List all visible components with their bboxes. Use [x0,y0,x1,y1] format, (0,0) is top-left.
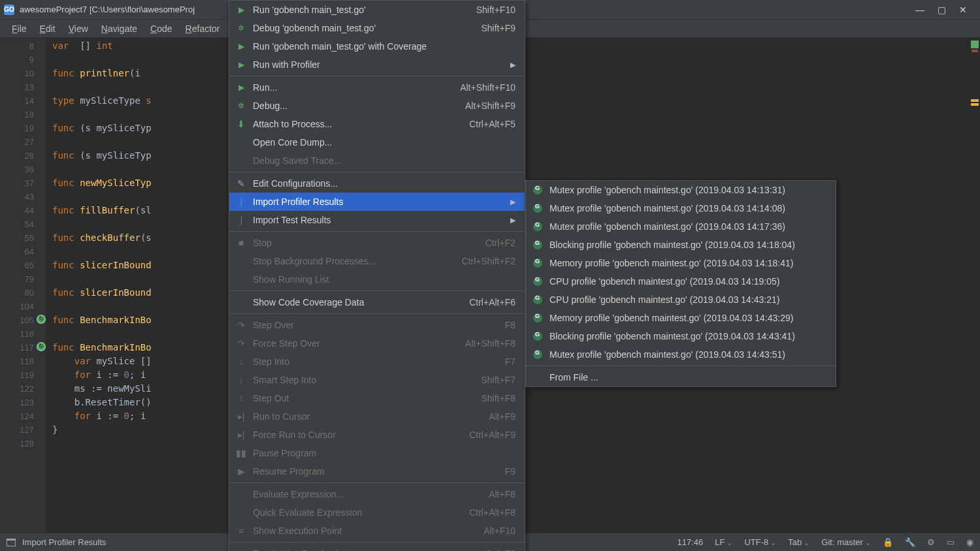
blank-icon [236,297,246,307]
minimize-icon[interactable]: — [915,5,924,15]
menu-edit[interactable]: Edit [33,21,62,37]
profiler-result-item[interactable]: Mutex profile 'gobench maintest.go' (201… [526,345,836,364]
line-number: 55 [0,231,34,245]
run-menu-item-31: Evaluate Expression...Alt+F8 [229,485,525,503]
run-menu-item-5[interactable]: ▶Run...Alt+Shift+F10 [229,78,525,97]
run-menu-item-6[interactable]: ✲Debug...Alt+Shift+F9 [229,97,525,115]
go-profile-icon [533,204,542,213]
git-branch[interactable]: Git: master [821,537,871,547]
line-number: 10 [0,67,34,80]
run-menu-item-25: ↑Step OutShift+F8 [229,389,525,407]
menu-refactor[interactable]: Refactor [179,21,227,37]
line-number: 54 [0,217,34,231]
run-menu-item-15: ■StopCtrl+F2 [229,234,525,252]
import-profiler-results[interactable]: ⎰Import Profiler Results▶ [229,193,525,211]
profiler-result-label: Memory profile 'gobench maintest.go' (20… [549,258,793,268]
wrench-icon[interactable]: 🔧 [905,537,915,547]
profiler-result-item[interactable]: Blocking profile 'gobench maintest.go' (… [526,236,836,254]
line-number: 122 [0,382,34,396]
profiler-result-item[interactable]: Mutex profile 'gobench maintest.go' (201… [526,199,836,217]
run-menu-item-7[interactable]: ⬇Attach to Process...Ctrl+Alt+F5 [229,115,525,133]
blank-icon [236,507,246,518]
run-menu-item-22: ↷Force Step OverAlt+Shift+F8 [229,334,525,353]
indent-setting[interactable]: Tab [788,537,809,547]
run-menu-item-26: ▸|Run to CursorAlt+F9 [229,407,525,426]
line-number: 80 [0,286,34,300]
menu-item-shortcut: Ctrl+F8 [485,548,515,551]
line-number: 79 [0,272,34,286]
run-menu-item-1[interactable]: ✲Debug 'gobench main_test.go'Shift+F9 [229,19,525,37]
menu-file[interactable]: File [5,21,33,37]
menu-navigate[interactable]: Navigate [95,21,144,37]
line-number: 128 [0,437,34,450]
close-icon[interactable]: ✕ [959,5,967,15]
line-number: 9 [0,53,34,67]
profiler-result-label: Mutex profile 'gobench maintest.go' (201… [549,349,785,360]
run-menu-item-19[interactable]: Show Code Coverage DataCtrl+Alt+F6 [229,293,525,311]
blank-icon [236,256,246,266]
stop-icon: ■ [236,238,246,248]
blank-icon [236,548,246,551]
menu-item-shortcut: Ctrl+Alt+F9 [469,430,515,440]
run-test-gutter-icon[interactable] [37,342,46,351]
run-test-gutter-icon[interactable] [37,315,46,324]
profiler-result-item[interactable]: Memory profile 'gobench maintest.go' (20… [526,254,836,272]
profiler-result-item[interactable]: Blocking profile 'gobench maintest.go' (… [526,327,836,345]
run-menu-popup: ▶Run 'gobench main_test.go'Shift+F10✲Deb… [229,0,525,551]
menu-item-shortcut: Ctrl+Shift+F2 [462,256,515,266]
gear-icon[interactable]: ⚙ [927,537,935,547]
menu-item-label: Debug... [253,101,459,111]
menu-item-shortcut: Shift+F7 [481,375,515,385]
menu-item-label: Run with Profiler [253,59,498,70]
step-over-f-icon: ↷ [236,338,246,349]
edit-icon: ✎ [236,178,246,189]
go-profile-icon [533,295,542,304]
profiler-result-label: CPU profile 'gobench maintest.go' (2019.… [549,294,779,305]
profiler-result-item[interactable]: CPU profile 'gobench maintest.go' (2019.… [526,291,836,309]
menu-item-shortcut: Ctrl+Alt+F8 [469,507,515,518]
caret-position[interactable]: 117:46 [677,537,703,547]
attach-icon: ⬇ [236,119,246,129]
line-number: 37 [0,176,34,190]
menu-item-shortcut: F9 [505,466,515,477]
run-menu-item-8[interactable]: Open Core Dump... [229,133,525,151]
menu-view[interactable]: View [62,21,95,37]
run-menu-item-35: Toggle Line Breakpoint▾Ctrl+F8 [229,544,525,551]
scroll-marker-error [972,50,978,52]
run-icon: ▶ [236,59,246,70]
cursor-f-icon: ▸| [236,430,246,440]
line-separator[interactable]: LF [715,537,732,547]
run-menu-item-2[interactable]: ▶Run 'gobench main_test.go' with Coverag… [229,37,525,55]
pause-icon: ▮▮ [236,448,246,458]
maximize-icon[interactable]: ▢ [938,5,946,15]
bug-icon: ✲ [236,101,246,111]
tool-window-icon[interactable] [7,539,16,546]
line-number: 18 [0,108,34,121]
menu-item-label: Show Running List [253,274,515,285]
go-profile-icon [533,350,542,359]
file-encoding[interactable]: UTF-8 [744,537,776,547]
editor-scrollbar[interactable] [971,40,979,106]
memory-icon[interactable]: ▭ [947,537,955,547]
go-profile-icon [533,222,542,231]
lock-icon[interactable]: 🔒 [883,537,893,547]
menu-item-label: Debug 'gobench main_test.go' [253,23,474,33]
menu-item-label: Pause Program [253,448,515,458]
notifications-icon[interactable]: ◉ [966,537,973,547]
run-menu-item-0[interactable]: ▶Run 'gobench main_test.go'Shift+F10 [229,1,525,19]
menu-item-shortcut: F7 [505,356,515,367]
run-menu-item-11[interactable]: ✎Edit Configurations... [229,174,525,193]
from-file-item[interactable]: From File ... [526,368,836,386]
run-menu-item-13[interactable]: ⎰Import Test Results▶ [229,211,525,229]
import-profiler-submenu: Mutex profile 'gobench maintest.go' (201… [525,180,836,387]
chart-icon: ⎰ [236,197,246,207]
scroll-marker-ok [971,40,979,48]
menu-item-label: Evaluate Expression... [253,489,482,499]
profiler-result-item[interactable]: CPU profile 'gobench maintest.go' (2019.… [526,272,836,291]
menu-code[interactable]: Code [144,21,178,37]
gutter: 8910131418192728363743445455646579801041… [0,38,46,533]
profiler-result-item[interactable]: Mutex profile 'gobench maintest.go' (201… [526,181,836,199]
profiler-result-item[interactable]: Mutex profile 'gobench maintest.go' (201… [526,217,836,236]
run-menu-item-3[interactable]: ▶Run with Profiler▶ [229,55,525,74]
profiler-result-item[interactable]: Memory profile 'gobench maintest.go' (20… [526,309,836,327]
